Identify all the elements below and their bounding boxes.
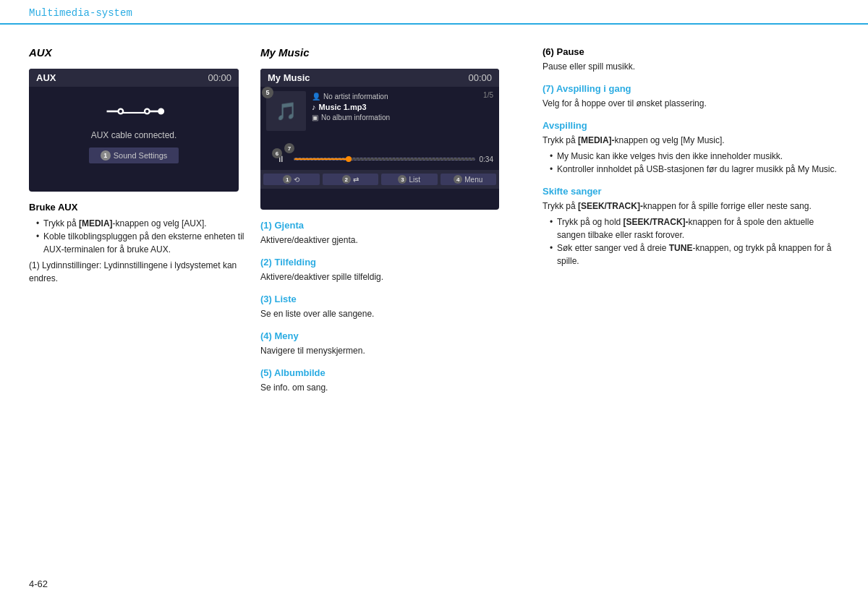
album-icon: ▣ — [312, 114, 318, 121]
footer-num-1: 1 — [283, 175, 292, 184]
avspilling-body: Trykk på [MEDIA]-knappen og velg [My Mus… — [542, 134, 839, 147]
badge-7: 7 — [284, 143, 294, 153]
subsection-2: (2) Tilfelding Aktivere/deaktiver spille… — [260, 257, 521, 283]
track-info-area: 5 🎵 👤 No artist information ♪ Music 1.mp… — [266, 91, 493, 131]
skifte-bullet-1: Trykk på og hold [SEEK/TRACK]-knappen fo… — [550, 215, 839, 242]
music-note-icon: 🎵 — [276, 101, 297, 121]
pause-body: Pause eller spill musikk. — [542, 60, 839, 73]
footer-num-4: 4 — [454, 175, 462, 184]
album-text: No album information — [321, 114, 390, 121]
sub2-body: Aktivere/deaktiver spille tilfeldig. — [260, 270, 521, 283]
aux-screen-title: AUX — [36, 72, 56, 83]
avspilling-bullet-2: Kontroller innholdet på USB-stasjonen fø… — [550, 163, 839, 176]
footer-btn-1[interactable]: 1 ⟲ — [263, 174, 320, 185]
aux-settings-num: 1 — [101, 150, 111, 161]
info-avspilling: Avspilling Trykk på [MEDIA]-knappen og v… — [542, 120, 839, 176]
footer-btn-4[interactable]: 4 Menu — [441, 174, 497, 185]
mymusic-screen-body: 1/5 5 🎵 👤 No artist information ♪ Mus — [260, 87, 499, 170]
aux-cable-text: AUX cable connected. — [91, 130, 177, 140]
aux-cable-icon: ⊸—⊶ — [106, 97, 163, 124]
song-text: Music 1.mp3 — [319, 103, 367, 111]
mymusic-screen-header: My Music 00:00 — [260, 69, 499, 87]
aux-column: AUX AUX 00:00 ⊸—⊶ AUX cable connected. 1… — [29, 46, 260, 404]
progress-bar — [294, 158, 475, 161]
aux-screen-time: 00:00 — [208, 72, 231, 83]
aux-bullets: Trykk på [MEDIA]-knappen og velg [AUX]. … — [29, 217, 246, 256]
avspilling-gang-body: Velg for å hoppe over til ønsket plasser… — [542, 97, 839, 110]
subsection-3: (3) Liste Se en liste over alle sangene. — [260, 294, 521, 320]
sub4-body: Navigere til menyskjermen. — [260, 344, 521, 357]
badge-6: 6 — [272, 148, 282, 158]
subsection-1: (1) Gjenta Aktivere/deaktiver gjenta. — [260, 220, 521, 247]
aux-heading: AUX — [29, 46, 246, 59]
aux-screen-header: AUX 00:00 — [29, 69, 239, 87]
subsection-4: (4) Meny Navigere til menyskjermen. — [260, 330, 521, 357]
mymusic-subsections: (1) Gjenta Aktivere/deaktiver gjenta. (2… — [260, 220, 521, 394]
aux-bullet-2: Koble tilkoblingspluggen på den eksterne… — [36, 230, 246, 256]
badge-5: 5 — [262, 87, 273, 98]
artist-icon: 👤 — [312, 93, 320, 101]
sub4-heading: (4) Meny — [260, 330, 521, 341]
info-pause: (6) Pause Pause eller spill musikk. — [542, 46, 839, 73]
footer-label-3: List — [409, 176, 420, 184]
sub5-heading: (5) Albumbilde — [260, 367, 521, 378]
skifte-heading: Skifte sanger — [542, 186, 839, 197]
footer-label-4: Menu — [464, 176, 482, 184]
skifte-body: Trykk på [SEEK/TRACK]-knappen for å spil… — [542, 200, 839, 213]
avspilling-bullet-1: My Music kan ikke velges hvis den ikke i… — [550, 150, 839, 163]
sub2-heading: (2) Tilfelding — [260, 257, 521, 268]
info-column: (6) Pause Pause eller spill musikk. (7) … — [535, 46, 839, 404]
page-header: Multimedia-system — [0, 0, 868, 25]
mymusic-screen-title: My Music — [268, 72, 310, 83]
page-title: Multimedia-system — [29, 7, 839, 23]
aux-numbered-1: (1) Lydinnstillinger: Lydinnstillingene … — [29, 259, 246, 285]
track-count: 1/5 — [483, 91, 493, 99]
music-icon: ♪ — [312, 103, 316, 111]
artist-row: 👤 No artist information — [312, 93, 493, 101]
sub5-body: Se info. om sang. — [260, 381, 521, 394]
footer-num-2: 2 — [342, 175, 351, 184]
footer-num-3: 3 — [398, 175, 407, 184]
footer-btn-2[interactable]: 2 ⇄ — [323, 174, 379, 185]
aux-settings-label: Sound Settings — [114, 151, 168, 160]
song-row: ♪ Music 1.mp3 — [312, 103, 493, 111]
skifte-bullets: Trykk på og hold [SEEK/TRACK]-knappen fo… — [542, 215, 839, 268]
footer-btn-3[interactable]: 3 List — [381, 174, 438, 185]
info-skifte: Skifte sanger Trykk på [SEEK/TRACK]-knap… — [542, 186, 839, 268]
mymusic-column: My Music My Music 00:00 1/5 5 🎵 👤 N — [260, 46, 535, 404]
footer-icon-2: ⇄ — [353, 176, 359, 184]
progress-dot — [346, 156, 352, 162]
mymusic-screen: My Music 00:00 1/5 5 🎵 👤 No artist infor… — [260, 69, 499, 210]
track-details: 👤 No artist information ♪ Music 1.mp3 ▣ … — [312, 91, 493, 131]
progress-area: 6 ⏸ 7 0:34 — [266, 154, 493, 164]
subsection-5: (5) Albumbilde Se info. om sang. — [260, 367, 521, 394]
sub3-body: Se en liste over alle sangene. — [260, 307, 521, 320]
progress-fill — [294, 158, 349, 160]
info-avspilling-gang: (7) Avspilling i gang Velg for å hoppe o… — [542, 83, 839, 110]
aux-settings-button[interactable]: 1 Sound Settings — [89, 148, 179, 163]
mymusic-screen-time: 00:00 — [468, 72, 492, 83]
avspilling-heading: Avspilling — [542, 120, 839, 131]
skifte-bullet-2: Søk etter sanger ved å dreie TUNE-knappe… — [550, 242, 839, 268]
mymusic-heading: My Music — [260, 46, 521, 59]
album-art: 5 🎵 — [266, 91, 306, 131]
elapsed-time: 0:34 — [480, 155, 493, 163]
pause-heading: (6) Pause — [542, 46, 839, 57]
page-number: 4-62 — [0, 571, 77, 597]
artist-text: No artist information — [323, 93, 388, 101]
avspilling-bullets: My Music kan ikke velges hvis den ikke i… — [542, 150, 839, 176]
sub3-heading: (3) Liste — [260, 294, 521, 304]
aux-screen-body: ⊸—⊶ AUX cable connected. 1 Sound Setting… — [29, 87, 239, 174]
album-row: ▣ No album information — [312, 114, 493, 121]
aux-bullet-1: Trykk på [MEDIA]-knappen og velg [AUX]. — [36, 217, 246, 230]
sub1-body: Aktivere/deaktiver gjenta. — [260, 234, 521, 247]
aux-screen: AUX 00:00 ⊸—⊶ AUX cable connected. 1 Sou… — [29, 69, 239, 192]
aux-bold-heading: Bruke AUX — [29, 202, 246, 213]
footer-icon-1: ⟲ — [294, 176, 299, 184]
sub1-heading: (1) Gjenta — [260, 220, 521, 231]
avspilling-gang-heading: (7) Avspilling i gang — [542, 83, 839, 94]
main-content: AUX AUX 00:00 ⊸—⊶ AUX cable connected. 1… — [0, 25, 868, 426]
mymusic-screen-footer: 1 ⟲ 2 ⇄ 3 List 4 Menu — [260, 170, 499, 189]
